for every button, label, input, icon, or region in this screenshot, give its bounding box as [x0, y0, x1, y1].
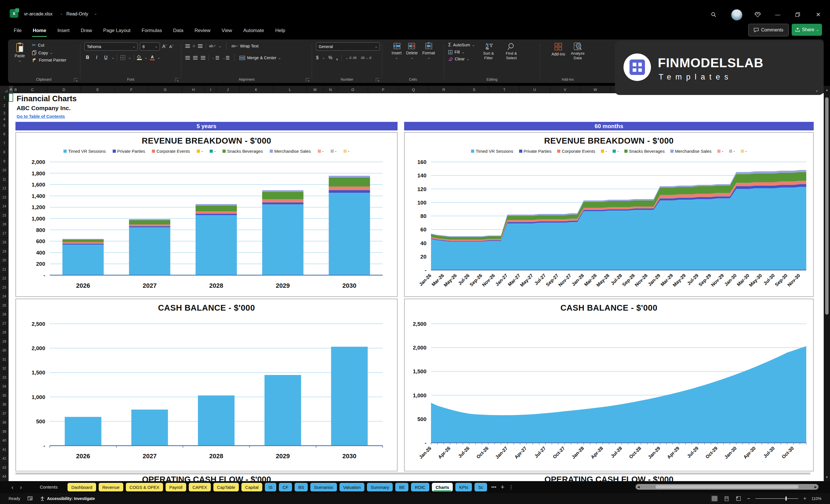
zoom-in-button[interactable]: +	[803, 496, 806, 502]
sheet-tab-cogs-opex[interactable]: COGS & OPEX	[126, 483, 163, 492]
sheet-tab-capex[interactable]: CAPEX	[189, 483, 211, 492]
brand-card-chevron-icon[interactable]: ⌄	[815, 88, 819, 93]
row-header-3[interactable]: 3	[0, 109, 8, 117]
more-sheets-button[interactable]: •••	[491, 484, 497, 490]
align-right-button[interactable]	[201, 56, 205, 60]
column-header-E[interactable]: E	[81, 86, 115, 93]
percent-style-button[interactable]: %	[328, 55, 332, 60]
column-header-Q[interactable]: Q	[398, 86, 429, 93]
row-header-38[interactable]: 38	[0, 418, 8, 427]
wrap-text-button[interactable]: ab↩ Wrap Text	[231, 44, 259, 48]
row-header-18[interactable]: 18	[0, 238, 8, 247]
row-header-26[interactable]: 26	[0, 310, 8, 319]
column-header-F[interactable]: F	[115, 86, 149, 93]
column-header-R[interactable]: R	[429, 86, 459, 93]
ribbon-tab-automate[interactable]: Automate	[243, 26, 264, 35]
format-painter-button[interactable]: Format Painter	[32, 58, 66, 62]
align-top-button[interactable]	[185, 44, 190, 48]
sheet-tab-scenarios[interactable]: Scenarios	[310, 483, 337, 492]
column-header-W[interactable]: W	[580, 86, 611, 93]
ribbon-tab-review[interactable]: Review	[194, 26, 211, 35]
column-header-H[interactable]: H	[182, 86, 205, 93]
sheet-tab-captable[interactable]: CapTable	[213, 483, 239, 492]
row-header-41[interactable]: 41	[0, 445, 8, 454]
paste-chevron-icon[interactable]: ⌄	[18, 59, 22, 62]
column-header-B[interactable]: B	[13, 86, 18, 93]
column-header-D[interactable]: D	[47, 86, 81, 93]
sheet-tab-payroll[interactable]: Payroll	[166, 483, 186, 492]
addins-button[interactable]: Add-ins	[551, 42, 565, 60]
row-header-9[interactable]: 9	[0, 157, 8, 166]
zoom-out-button[interactable]: −	[747, 496, 750, 502]
minimize-button[interactable]: —	[774, 11, 781, 18]
column-header-M[interactable]: M	[307, 86, 323, 93]
ribbon-tab-formulas[interactable]: Formulas	[141, 26, 162, 35]
column-header-P[interactable]: P	[368, 86, 398, 93]
row-header-17[interactable]: 17	[0, 229, 8, 238]
row-header-1[interactable]: 1	[0, 93, 8, 102]
row-header-37[interactable]: 37	[0, 409, 8, 418]
clear-button[interactable]: Clear⌄	[448, 57, 475, 61]
column-header-V[interactable]: V	[550, 86, 580, 93]
sheet-tab-revenue[interactable]: Revenue	[99, 483, 123, 492]
column-header-L[interactable]: L	[273, 86, 307, 93]
row-header-16[interactable]: 16	[0, 220, 8, 229]
column-header-N[interactable]: N	[323, 86, 338, 93]
column-header-I[interactable]: I	[205, 86, 217, 93]
sheet-tab-capital[interactable]: Capital	[242, 483, 262, 492]
row-header-27[interactable]: 27	[0, 319, 8, 328]
row-header-36[interactable]: 36	[0, 400, 8, 409]
decrease-indent-button[interactable]: ←	[212, 56, 219, 60]
row-header-24[interactable]: 24	[0, 292, 8, 301]
sheet-tab-is[interactable]: IS	[265, 483, 276, 492]
orientation-button[interactable]: ab↗	[209, 44, 216, 48]
bold-button[interactable]: B	[84, 55, 91, 60]
accounting-format-button[interactable]: $	[316, 55, 319, 60]
ribbon-tab-file[interactable]: File	[13, 26, 22, 35]
row-header-7[interactable]: 7	[0, 139, 8, 148]
row-header-25[interactable]: 25	[0, 301, 8, 310]
column-header-T[interactable]: T	[489, 86, 520, 93]
sheet-tab-charts[interactable]: Charts	[432, 483, 453, 492]
display-settings-icon[interactable]	[28, 496, 33, 501]
align-left-button[interactable]	[185, 56, 190, 60]
column-header-A[interactable]: A	[9, 86, 13, 93]
accessibility-status[interactable]: Accessibility: Investigate	[40, 496, 95, 501]
copy-button[interactable]: Copy⌄	[32, 50, 66, 55]
row-header-2[interactable]: 2	[0, 102, 8, 109]
borders-chevron-icon[interactable]: ⌄	[128, 56, 132, 59]
read-only-chevron-icon[interactable]: ⌄	[94, 12, 98, 15]
row-header-14[interactable]: 14	[0, 202, 8, 211]
number-dialog-launcher[interactable]: ↘	[376, 78, 380, 82]
row-header-5[interactable]: 5	[0, 121, 8, 130]
grow-font-button[interactable]: A˄	[162, 44, 167, 50]
column-header-S[interactable]: S	[459, 86, 489, 93]
row-header-20[interactable]: 20	[0, 256, 8, 265]
column-header-J[interactable]: J	[217, 86, 240, 93]
share-button[interactable]: Share ⌄	[792, 24, 822, 36]
ribbon-tab-insert[interactable]: Insert	[57, 26, 70, 35]
alignment-dialog-launcher[interactable]: ↘	[306, 78, 310, 82]
sheet-tab-sc[interactable]: Sc	[475, 483, 487, 492]
accounting-chevron-icon[interactable]: ⌄	[322, 56, 325, 59]
sheet-tab-cf[interactable]: CF	[279, 483, 292, 492]
font-family-select[interactable]: Tahoma⌄	[84, 42, 137, 51]
align-bottom-button[interactable]	[198, 44, 202, 48]
row-header-10[interactable]: 10	[0, 166, 8, 175]
sheet-tab-contents[interactable]: Contents	[40, 484, 58, 490]
font-dialog-launcher[interactable]: ↘	[175, 78, 179, 82]
avatar[interactable]	[731, 9, 742, 21]
row-header-33[interactable]: 33	[0, 373, 8, 382]
underline-button[interactable]: U	[103, 55, 109, 60]
font-color-button[interactable]: A	[150, 55, 155, 60]
row-header-28[interactable]: 28	[0, 328, 8, 337]
paste-button[interactable]: Paste ⌄	[11, 42, 28, 62]
orientation-chevron-icon[interactable]: ⌄	[218, 44, 222, 48]
comma-style-button[interactable]: ,	[337, 54, 338, 61]
next-sheet-icon[interactable]: ›	[20, 484, 22, 491]
delete-cells-button[interactable]: Delete⌄	[406, 42, 418, 59]
column-header-C[interactable]: C	[18, 86, 47, 93]
row-header-35[interactable]: 35	[0, 391, 8, 401]
analyze-data-button[interactable]: Analyze Data	[571, 42, 584, 60]
column-header-G[interactable]: G	[149, 86, 182, 93]
